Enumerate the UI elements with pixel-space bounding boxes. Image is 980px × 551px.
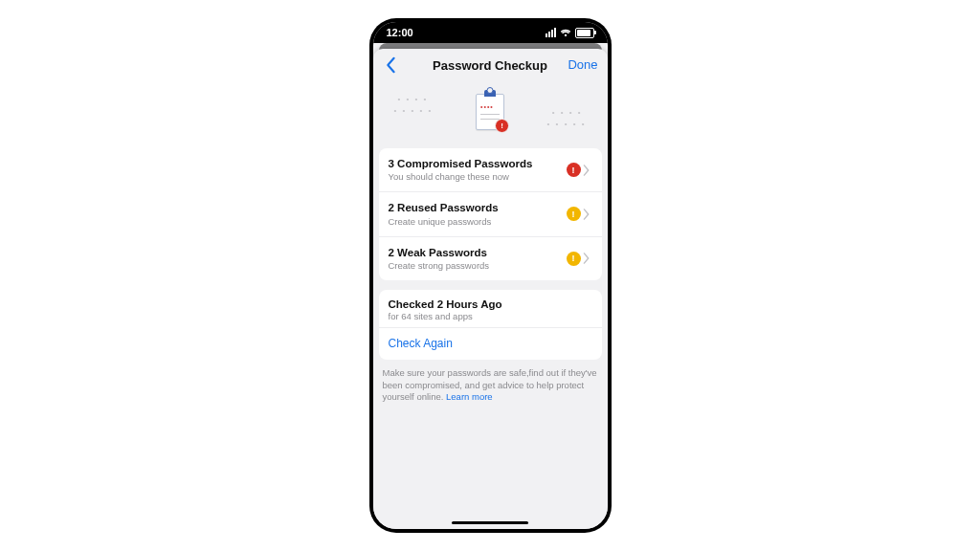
status-time: 12:00 (387, 27, 413, 38)
hero-illustration: • • • • • • • • • • • • • • • • • • ••••… (373, 81, 608, 143)
footer-text: Make sure your passwords are safe,find o… (383, 367, 598, 404)
nav-bar: Password Checkup Done (373, 49, 608, 81)
modal-sheet: Password Checkup Done • • • • • • • • • … (373, 49, 608, 529)
row-title: 2 Weak Passwords (389, 246, 567, 259)
home-indicator[interactable] (452, 521, 528, 524)
row-subtitle: You should change these now (389, 171, 567, 183)
last-checked: Checked 2 Hours Ago for 64 sites and app… (379, 290, 602, 327)
learn-more-link[interactable]: Learn more (446, 391, 493, 402)
issues-card: 3 Compromised Passwords You should chang… (379, 148, 602, 280)
warning-icon: ! (567, 207, 581, 221)
row-reused[interactable]: 2 Reused Passwords Create unique passwor… (379, 191, 602, 235)
warning-icon: ! (567, 252, 581, 266)
phone-frame: 12:00 Password Checkup Done (369, 18, 612, 533)
clipboard-icon: •••• ! (476, 94, 504, 130)
chevron-right-icon (583, 165, 594, 176)
alert-badge-icon: ! (495, 119, 509, 133)
done-button[interactable]: Done (568, 57, 597, 72)
alert-icon: ! (567, 163, 581, 177)
status-title: Checked 2 Hours Ago (389, 298, 592, 310)
row-subtitle: Create unique passwords (389, 216, 567, 228)
wifi-icon (560, 29, 571, 37)
row-title: 2 Reused Passwords (389, 201, 567, 214)
row-weak[interactable]: 2 Weak Passwords Create strong passwords… (379, 236, 602, 280)
back-button[interactable] (381, 55, 400, 76)
battery-icon (575, 28, 594, 38)
status-subtitle: for 64 sites and apps (389, 311, 592, 321)
row-title: 3 Compromised Passwords (389, 157, 567, 170)
status-card: Checked 2 Hours Ago for 64 sites and app… (379, 290, 602, 360)
row-compromised[interactable]: 3 Compromised Passwords You should chang… (379, 148, 602, 191)
row-subtitle: Create strong passwords (389, 260, 567, 272)
check-again-button[interactable]: Check Again (379, 327, 602, 360)
status-indicators (546, 28, 594, 38)
chevron-right-icon (583, 209, 594, 220)
phone-screen: 12:00 Password Checkup Done (373, 22, 608, 529)
page-title: Password Checkup (433, 58, 547, 73)
chevron-right-icon (583, 253, 594, 264)
status-bar: 12:00 (373, 22, 608, 43)
cellular-signal-icon (546, 28, 556, 37)
